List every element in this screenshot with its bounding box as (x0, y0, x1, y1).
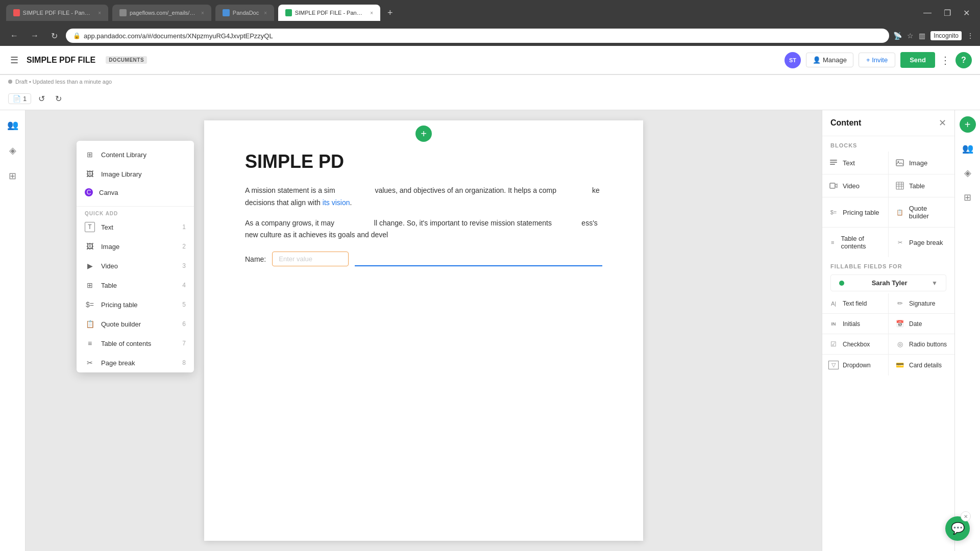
block-image[interactable]: Image (889, 152, 954, 174)
tab-4-active[interactable]: SIMPLE PDF FILE - PandaDoc × (278, 5, 380, 21)
quick-toc-label: Table of contents (101, 340, 151, 347)
close-tab-2[interactable]: × (201, 10, 204, 16)
fillable-fields-grid: A| Text field ✏ Signature IN Initials 📅 … (822, 293, 954, 375)
block-image-label: Image (909, 159, 927, 167)
add-content-edge-icon[interactable]: + (960, 116, 976, 133)
block-text[interactable]: Text (822, 152, 888, 174)
tab-3[interactable]: PandaDoc × (215, 5, 274, 21)
initials-icon: IN (828, 321, 839, 327)
cast-icon[interactable]: 📡 (893, 32, 902, 40)
field-signature[interactable]: ✏ Signature (889, 293, 954, 313)
address-bar-row: ← → ↻ 🔒 app.pandadoc.com/a/#/documents/X… (0, 26, 980, 46)
quick-quote-item[interactable]: 📋 Quote builder 6 (77, 314, 194, 334)
close-window-button[interactable]: ✕ (959, 6, 974, 20)
dropdown-divider (77, 206, 194, 207)
send-button[interactable]: Send (900, 52, 935, 68)
app: ☰ SIMPLE PDF FILE DOCUMENTS ST 👤 Manage … (0, 46, 980, 551)
block-pagebreak[interactable]: ✂ Page break (889, 228, 954, 257)
block-video-icon (828, 182, 839, 190)
back-button[interactable]: ← (6, 29, 22, 42)
new-tab-button[interactable]: + (384, 8, 396, 18)
chat-close-button[interactable]: ✕ (961, 511, 971, 521)
profile-icon[interactable]: Incognito (930, 31, 962, 40)
quick-image-item[interactable]: 🖼 Image 2 (77, 237, 194, 256)
block-quote[interactable]: 📋 Quote builder (889, 197, 954, 227)
forward-button[interactable]: → (27, 29, 43, 42)
more-options-button[interactable]: ⋮ (940, 54, 950, 66)
shapes-edge-icon[interactable]: ◈ (961, 164, 974, 182)
block-pricing-label: Pricing table (843, 209, 879, 216)
quick-pagebreak-label: Page break (101, 359, 135, 367)
field-card-details[interactable]: 💳 Card details (889, 355, 954, 375)
quick-quote-icon: 📋 (85, 319, 95, 329)
quick-table-item[interactable]: ⊞ Table 4 (77, 276, 194, 295)
restore-button[interactable]: ❐ (940, 6, 955, 20)
field-text-field[interactable]: A| Text field (822, 293, 888, 313)
block-pricing-icon: $= (828, 209, 839, 215)
hamburger-button[interactable]: ☰ (8, 53, 20, 68)
field-initials[interactable]: IN Initials (822, 314, 888, 334)
panel-close-button[interactable]: ✕ (939, 117, 946, 129)
menu-icon[interactable]: ⋮ (967, 32, 974, 40)
field-label: Name: (245, 255, 266, 263)
field-date[interactable]: 📅 Date (889, 314, 954, 334)
close-tab-3[interactable]: × (264, 10, 267, 16)
block-table-icon (895, 182, 905, 190)
manage-button[interactable]: 👤 Manage (806, 53, 853, 67)
bookmark-icon[interactable]: ☆ (907, 32, 914, 40)
address-bar[interactable]: 🔒 app.pandadoc.com/a/#/documents/XNpzmyu… (66, 29, 889, 43)
field-dropdown[interactable]: ▽ Dropdown (822, 355, 888, 375)
image-library-icon: 🖼 (85, 169, 95, 179)
topbar-right: ST 👤 Manage + Invite Send ⋮ ? (785, 52, 972, 68)
tab-2[interactable]: pageflows.com/_emails/_/7fb... × (112, 5, 211, 21)
quick-video-item[interactable]: ▶ Video 3 (77, 256, 194, 276)
fillable-person-row[interactable]: Sarah Tyler ▼ (830, 274, 946, 291)
users-icon[interactable]: 👥 (4, 116, 21, 134)
avatar: ST (785, 52, 801, 68)
grid-icon[interactable]: ⊞ (6, 167, 19, 185)
quick-video-label: Video (101, 262, 118, 270)
block-text-label: Text (843, 159, 855, 167)
close-tab-1[interactable]: × (98, 10, 101, 16)
grid-edge-icon[interactable]: ⊞ (961, 189, 974, 206)
quick-toc-item[interactable]: ≡ Table of contents 7 (77, 334, 194, 353)
sidebar-browser-icon[interactable]: ▥ (919, 32, 925, 40)
vision-link[interactable]: its vision (323, 198, 350, 207)
quick-pricing-item[interactable]: $= Pricing table 5 (77, 295, 194, 314)
canva-item[interactable]: C Canva (77, 184, 194, 201)
undo-button[interactable]: ↺ (35, 92, 48, 106)
quick-image-icon: 🖼 (85, 241, 95, 252)
image-library-item[interactable]: 🖼 Image Library (77, 164, 194, 184)
refresh-button[interactable]: ↻ (47, 29, 62, 43)
signature-icon: ✏ (895, 299, 905, 307)
block-table[interactable]: Table (889, 174, 954, 197)
quick-text-num: 1 (182, 223, 186, 231)
shapes-icon[interactable]: ◈ (6, 142, 19, 159)
topbar: ☰ SIMPLE PDF FILE DOCUMENTS ST 👤 Manage … (0, 46, 980, 74)
add-content-button[interactable]: + (415, 126, 432, 142)
help-button[interactable]: ? (955, 52, 972, 68)
field-radio-buttons[interactable]: ◎ Radio buttons (889, 334, 954, 354)
redo-button[interactable]: ↻ (52, 92, 65, 106)
quick-text-item[interactable]: T Text 1 (77, 217, 194, 237)
checkbox-icon: ☑ (828, 340, 839, 348)
block-pricing[interactable]: $= Pricing table (822, 197, 888, 227)
quick-quote-num: 6 (182, 320, 186, 328)
content-library-item[interactable]: ⊞ Content Library (77, 145, 194, 164)
doc-badge: DOCUMENTS (106, 56, 147, 64)
invite-button[interactable]: + Invite (859, 53, 895, 67)
block-video[interactable]: Video (822, 174, 888, 197)
quick-pricing-label: Pricing table (101, 301, 138, 309)
field-input[interactable]: Enter value (272, 252, 349, 266)
blocks-label: BLOCKS (822, 136, 954, 152)
close-tab-4[interactable]: × (370, 10, 373, 16)
quick-pagebreak-num: 8 (182, 359, 186, 366)
chevron-down-icon: ▼ (932, 280, 938, 287)
quick-pagebreak-item[interactable]: ✂ Page break 8 (77, 353, 194, 372)
minimize-button[interactable]: — (919, 6, 936, 19)
block-toc[interactable]: ≡ Table of contents (822, 228, 888, 257)
field-checkbox[interactable]: ☑ Checkbox (822, 334, 888, 354)
tab-1[interactable]: SIMPLE PDF FILE - PandaDoc × (6, 5, 108, 21)
users-edge-icon[interactable]: 👥 (959, 140, 976, 157)
chat-icon: 💬 (951, 522, 965, 535)
